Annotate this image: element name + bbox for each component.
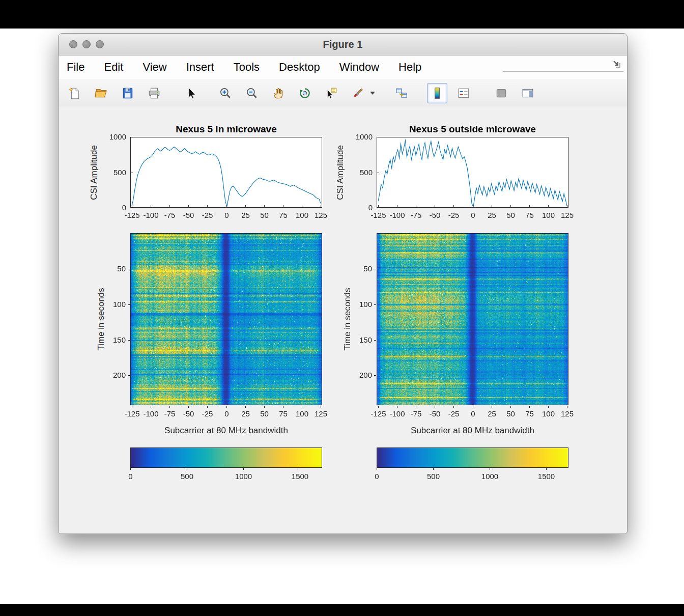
toolbar-spacer [480, 93, 491, 93]
hide-plot-tools-button[interactable] [491, 83, 511, 103]
figure-window: Figure 1 File Edit View Insert Tools Des… [58, 33, 628, 534]
brush-dropdown-button[interactable] [369, 83, 376, 103]
menu-separator-line [503, 71, 623, 72]
menu-view[interactable]: View [142, 61, 166, 74]
rotate-3d-button[interactable] [295, 83, 315, 103]
menu-help[interactable]: Help [398, 61, 421, 74]
chevron-down-icon [370, 92, 375, 95]
zoom-out-button[interactable] [242, 83, 262, 103]
open-file-button[interactable] [91, 83, 111, 103]
insert-colorbar-button[interactable] [427, 83, 447, 103]
toolbar [59, 79, 627, 107]
figure-canvas: Nexus 5 in microwave CSI Amplitude Time … [59, 106, 627, 534]
dock-figure-icon[interactable] [612, 59, 622, 69]
print-button[interactable] [144, 83, 164, 103]
menu-desktop[interactable]: Desktop [279, 61, 320, 74]
line-plot-in-microwave [99, 131, 328, 233]
x-axis-label-subcarrier: Subcarrier at 80 MHz bandwidth [377, 426, 568, 436]
y-axis-label-csi-amplitude: CSI Amplitude [89, 145, 99, 200]
toolbar-spacer [207, 93, 215, 93]
menu-window[interactable]: Window [339, 61, 379, 74]
minimize-button[interactable] [82, 40, 91, 48]
insert-legend-button[interactable] [453, 83, 474, 103]
screen-top-bezel [0, 0, 684, 29]
toolbar-spacer [382, 93, 391, 93]
menu-file[interactable]: File [67, 61, 84, 74]
toolbar-spacer [170, 93, 181, 93]
close-button[interactable] [69, 40, 77, 48]
link-plot-button[interactable] [391, 83, 412, 103]
line-plot-outside-microwave [346, 131, 575, 233]
heatmap-in-microwave [99, 227, 328, 431]
heatmap-outside-microwave [346, 227, 575, 431]
y-axis-label-csi-amplitude: CSI Amplitude [335, 145, 346, 200]
zoom-in-button[interactable] [215, 83, 236, 103]
show-plot-tools-button[interactable] [518, 83, 538, 103]
menu-edit[interactable]: Edit [104, 61, 123, 74]
subplot-outside-microwave: Nexus 5 outside microwave CSI Amplitude … [305, 106, 590, 534]
toolbar-spacer [418, 93, 427, 93]
menu-bar: File Edit View Insert Tools Desktop Wind… [59, 55, 627, 79]
pan-tool-button[interactable] [268, 83, 289, 103]
traffic-lights [69, 40, 104, 48]
subplot-in-microwave: Nexus 5 in microwave CSI Amplitude Time … [59, 106, 344, 534]
colorbar-in-microwave [99, 443, 328, 487]
menu-tools[interactable]: Tools [234, 61, 260, 74]
new-figure-button[interactable] [65, 83, 85, 103]
x-axis-label-subcarrier: Subcarrier at 80 MHz bandwidth [130, 426, 322, 436]
colorbar-outside-microwave [346, 443, 575, 487]
zoom-window-button[interactable] [96, 40, 104, 48]
window-title: Figure 1 [59, 34, 627, 55]
menu-insert[interactable]: Insert [186, 61, 214, 74]
save-button[interactable] [118, 83, 138, 103]
brush-tool-button[interactable] [348, 83, 368, 103]
window-titlebar[interactable]: Figure 1 [59, 34, 627, 55]
screen-bottom-bezel [0, 604, 684, 616]
pointer-tool-button[interactable] [181, 83, 201, 103]
data-cursor-button[interactable] [321, 83, 341, 103]
